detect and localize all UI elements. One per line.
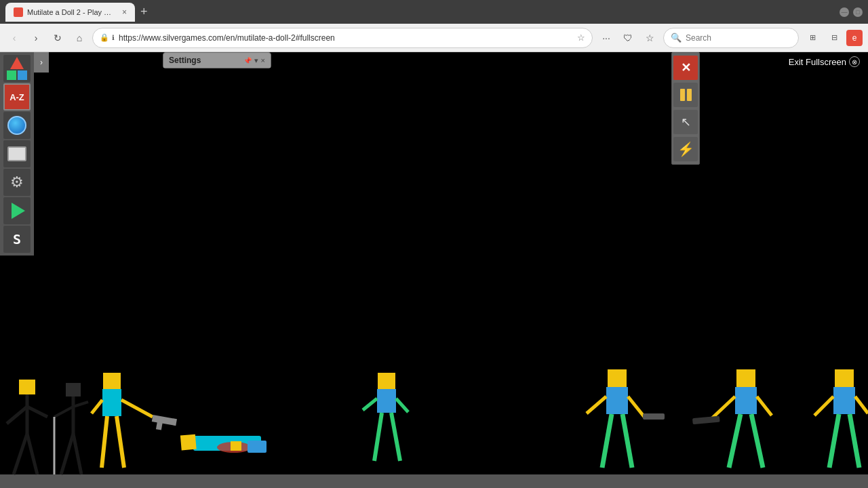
gear-tool-button[interactable]: ⚙ xyxy=(3,169,31,196)
menu-dots-button[interactable]: ··· xyxy=(597,28,616,47)
green-square-icon xyxy=(7,70,16,80)
svg-rect-25 xyxy=(231,441,241,451)
shapes-tool-button[interactable] xyxy=(3,55,31,82)
bookmark-icon[interactable]: ☆ xyxy=(577,33,585,43)
svg-line-20 xyxy=(61,434,73,474)
cursor-icon: ↖ xyxy=(681,115,691,129)
exit-fullscreen-button[interactable]: Exit Fullscreen ⊗ xyxy=(781,52,868,71)
stickman-right2 xyxy=(692,369,772,468)
stickman-1 xyxy=(7,380,47,474)
address-right-icons: ☆ xyxy=(577,33,585,43)
window-controls: — □ xyxy=(840,7,863,17)
new-tab-button[interactable]: + xyxy=(140,5,148,19)
svg-line-31 xyxy=(374,413,382,461)
delete-action-button[interactable]: ✕ xyxy=(673,56,698,80)
svg-line-18 xyxy=(73,402,88,407)
exit-fullscreen-close-icon: ⊗ xyxy=(849,56,860,67)
minimize-button[interactable]: — xyxy=(840,7,849,17)
svg-rect-0 xyxy=(0,474,868,488)
svg-line-50 xyxy=(855,396,868,413)
tab-close-button[interactable]: × xyxy=(122,7,127,17)
browser-right-icons: ··· 🛡 ☆ xyxy=(597,28,659,47)
svg-line-6 xyxy=(27,434,37,474)
svg-line-3 xyxy=(7,407,27,424)
play-icon xyxy=(12,203,25,219)
stickman-ninja xyxy=(54,383,88,474)
svg-rect-39 xyxy=(643,413,665,420)
svg-line-52 xyxy=(850,414,859,468)
globe-tool-button[interactable] xyxy=(3,112,31,139)
settings-pin-button[interactable]: 📌 xyxy=(243,57,252,64)
svg-line-51 xyxy=(829,414,839,468)
search-input[interactable] xyxy=(686,33,791,43)
maximize-button[interactable]: □ xyxy=(853,7,863,17)
pause-action-button[interactable] xyxy=(673,83,698,107)
page-icon: 🔒 xyxy=(100,33,109,42)
svg-line-29 xyxy=(363,399,377,410)
blue-square-icon xyxy=(18,70,27,80)
svg-rect-27 xyxy=(378,373,395,389)
svg-line-12 xyxy=(117,416,124,468)
forward-button[interactable]: › xyxy=(27,29,45,47)
lightning-action-button[interactable]: ⚡ xyxy=(673,137,698,161)
globe-icon xyxy=(7,116,26,135)
star-button[interactable]: ☆ xyxy=(640,28,659,47)
svg-line-21 xyxy=(73,434,81,474)
back-button[interactable]: ‹ xyxy=(5,29,23,47)
split-view-icon[interactable]: ⊟ xyxy=(825,28,844,47)
browser-tab[interactable]: Mutilate a Doll 2 - Play Mu... × xyxy=(5,3,135,22)
collections-icon[interactable]: ⊞ xyxy=(803,28,822,47)
stickman-right1 xyxy=(587,369,665,468)
home-button[interactable]: ⌂ xyxy=(71,29,88,47)
svg-rect-23 xyxy=(180,434,197,451)
address-icons: 🔒 ℹ xyxy=(100,33,115,42)
delete-icon: ✕ xyxy=(681,60,691,75)
settings-header[interactable]: Settings 📌 ▾ × xyxy=(163,53,271,68)
svg-line-10 xyxy=(92,400,102,413)
tab-favicon xyxy=(14,7,23,17)
address-bar[interactable]: 🔒 ℹ ☆ xyxy=(92,28,593,48)
svg-rect-8 xyxy=(102,389,121,416)
svg-line-35 xyxy=(587,396,606,413)
settings-close-button[interactable]: × xyxy=(261,56,265,64)
title-bar: Mutilate a Doll 2 - Play Mu... × + — □ xyxy=(0,0,868,24)
svg-rect-13 xyxy=(152,415,177,426)
tv-icon xyxy=(7,146,26,161)
toolbar-expand-button[interactable]: › xyxy=(34,52,49,73)
downed-figure xyxy=(180,434,267,453)
search-box[interactable]: 🔍 xyxy=(663,28,799,48)
svg-line-32 xyxy=(391,413,400,461)
game-toolbar: A-Z ⚙ S xyxy=(0,52,34,256)
shield-button[interactable]: 🛡 xyxy=(618,28,637,47)
settings-panel: Settings 📌 ▾ × xyxy=(163,52,271,68)
browser-toolbar: ‹ › ↻ ⌂ 🔒 ℹ ☆ ··· 🛡 ☆ 🔍 ⊞ ⊟ e xyxy=(0,24,868,52)
cursor-action-button[interactable]: ↖ xyxy=(673,110,698,134)
address-input[interactable] xyxy=(119,33,573,43)
browser-extra-icons: ⊞ ⊟ e xyxy=(803,28,863,47)
play-tool-button[interactable] xyxy=(3,197,31,224)
game-container: › A-Z ⚙ xyxy=(0,52,868,488)
tv-tool-button[interactable] xyxy=(3,140,31,167)
gear-icon: ⚙ xyxy=(10,174,24,191)
az-tool-button[interactable]: A-Z xyxy=(3,83,31,110)
stickman-tool-button[interactable]: S xyxy=(3,226,31,253)
svg-line-4 xyxy=(27,407,47,417)
az-label: A-Z xyxy=(9,92,24,102)
game-scene xyxy=(0,339,868,488)
settings-collapse-button[interactable]: ▾ xyxy=(254,56,258,65)
lightning-icon: ⚡ xyxy=(677,141,694,157)
stickman-icon: S xyxy=(13,231,21,247)
svg-line-17 xyxy=(54,407,73,417)
svg-rect-40 xyxy=(736,369,755,387)
lock-icon: ℹ xyxy=(112,34,115,41)
svg-line-49 xyxy=(814,396,833,415)
edge-icon[interactable]: e xyxy=(846,30,863,46)
svg-line-38 xyxy=(623,414,632,468)
svg-line-37 xyxy=(602,414,612,468)
exit-fullscreen-label: Exit Fullscreen xyxy=(789,57,846,67)
settings-controls: 📌 ▾ × xyxy=(243,56,265,65)
svg-rect-33 xyxy=(608,369,627,387)
svg-line-44 xyxy=(729,414,741,468)
reload-button[interactable]: ↻ xyxy=(49,29,66,47)
svg-rect-1 xyxy=(19,380,35,394)
